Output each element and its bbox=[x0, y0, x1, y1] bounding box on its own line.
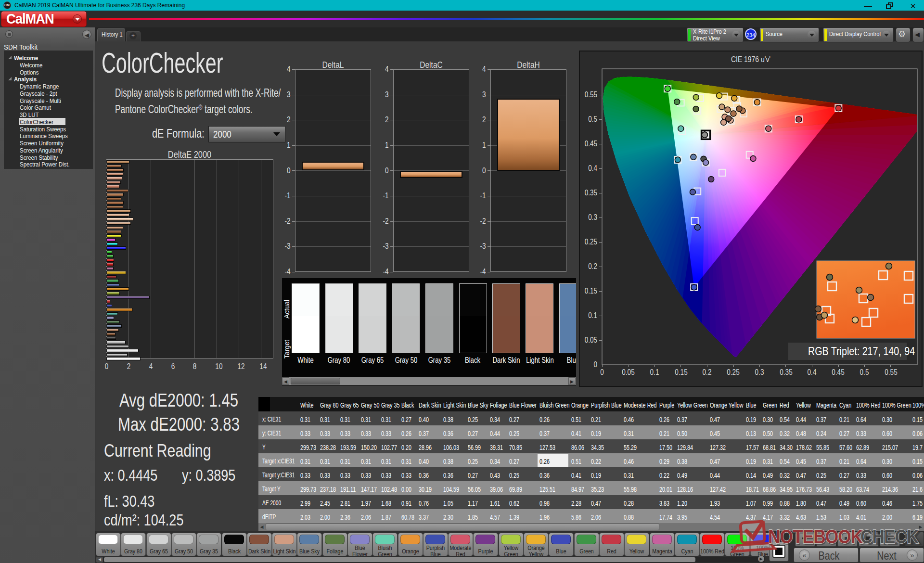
svg-text:CHECK: CHECK bbox=[860, 526, 919, 548]
svg-text:NOTEBOOK: NOTEBOOK bbox=[768, 526, 863, 548]
